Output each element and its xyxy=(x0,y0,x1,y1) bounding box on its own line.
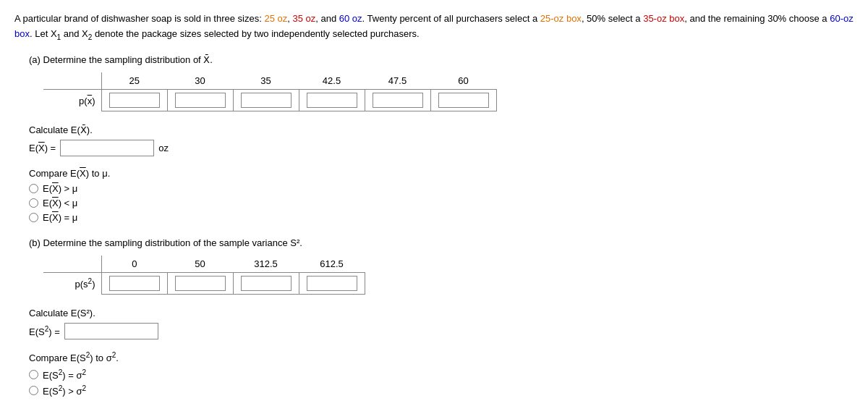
table-b-cell-3 xyxy=(233,273,299,295)
highlight1: 25-oz box xyxy=(540,13,582,24)
radio-a-less[interactable] xyxy=(29,198,38,208)
part-a-calculate: Calculate E(X̄). E(X) = oz xyxy=(29,124,854,156)
input-b-4[interactable] xyxy=(307,276,357,291)
table-a-header-475: 47.5 xyxy=(365,72,430,90)
radio-a-option-1: E(X) > μ xyxy=(29,183,854,194)
size2-highlight: 35 oz xyxy=(292,13,315,24)
radio-b-greater[interactable] xyxy=(29,386,38,395)
table-b-header-50: 50 xyxy=(167,256,233,273)
compare-b-title: Compare E(S2) to σ2. xyxy=(29,351,854,363)
radio-a-equal[interactable] xyxy=(29,213,38,222)
radio-a-greater[interactable] xyxy=(29,184,38,193)
calc-a-unit: oz xyxy=(158,143,169,153)
calc-a-input[interactable] xyxy=(60,140,154,156)
table-b-header-6125: 612.5 xyxy=(299,256,365,273)
part-b-title: (b) Determine the sampling distribution … xyxy=(29,237,854,248)
table-a-cell-5 xyxy=(365,90,430,111)
table-b-row2-label: p(s2) xyxy=(43,273,101,295)
input-b-2[interactable] xyxy=(175,276,226,291)
table-b-header-0: 0 xyxy=(101,256,167,273)
table-b-header-3125: 312.5 xyxy=(233,256,299,273)
part-a-compare: Compare E(X) to μ. E(X) > μ E(X) < μ E(X… xyxy=(29,168,854,223)
table-a-header-425: 42.5 xyxy=(299,72,365,90)
table-a-header-35: 35 xyxy=(233,72,299,90)
radio-a-option-3: E(X) = μ xyxy=(29,212,854,223)
table-a-cell-3 xyxy=(233,90,299,111)
input-b-1[interactable] xyxy=(109,276,160,291)
table-a-cell-2 xyxy=(167,90,233,111)
table-a-cell-6 xyxy=(430,90,496,111)
radio-b-option-2: E(S2) > σ2 xyxy=(29,384,854,397)
table-a-cell-1 xyxy=(101,90,167,111)
table-b-cell-4 xyxy=(299,273,365,295)
input-a-3[interactable] xyxy=(241,93,292,108)
radio-a-less-label: E(X) < μ xyxy=(43,198,77,208)
input-a-6[interactable] xyxy=(438,93,489,108)
calc-b-label: Calculate E(S²). xyxy=(29,308,854,318)
table-b-topleft xyxy=(43,256,101,273)
part-b-table: 0 50 312.5 612.5 p(s2) xyxy=(43,256,365,295)
table-a-cell-4 xyxy=(299,90,365,111)
table-a-topleft xyxy=(43,72,101,90)
calc-b-input[interactable] xyxy=(64,323,158,339)
radio-b-equal[interactable] xyxy=(29,370,38,379)
part-a-title: (a) Determine the sampling distribution … xyxy=(29,54,854,65)
input-a-5[interactable] xyxy=(373,93,423,108)
size1-highlight: 25 oz xyxy=(264,13,287,24)
highlight3: 60-oz box xyxy=(14,13,854,39)
calc-a-label: Calculate E(X̄). xyxy=(29,124,854,135)
highlight2: 35-oz box xyxy=(643,13,684,24)
radio-a-option-2: E(X) < μ xyxy=(29,198,854,208)
table-b-cell-2 xyxy=(167,273,233,295)
radio-b-greater-label: E(S2) > σ2 xyxy=(43,384,86,397)
radio-b-option-1: E(S2) = σ2 xyxy=(29,368,854,381)
part-b-calculate: Calculate E(S²). E(S2) = xyxy=(29,308,854,339)
part-a-table: 25 30 35 42.5 47.5 60 p(x) xyxy=(43,72,497,111)
table-b-cell-1 xyxy=(101,273,167,295)
compare-a-title: Compare E(X) to μ. xyxy=(29,168,854,179)
input-a-2[interactable] xyxy=(175,93,226,108)
radio-b-equal-label: E(S2) = σ2 xyxy=(43,368,86,381)
intro-paragraph: A particular brand of dishwasher soap is… xyxy=(14,12,854,43)
input-b-3[interactable] xyxy=(241,276,292,291)
size3-highlight: 60 oz xyxy=(339,13,362,24)
x1-sub: 1 xyxy=(57,33,61,41)
part-b-compare: Compare E(S2) to σ2. E(S2) = σ2 E(S2) > … xyxy=(29,351,854,401)
input-a-1[interactable] xyxy=(109,93,160,108)
calc-a-eq-label: E(X) = xyxy=(29,143,56,153)
table-a-header-60: 60 xyxy=(430,72,496,90)
x2-sub: 2 xyxy=(88,33,93,41)
radio-a-equal-label: E(X) = μ xyxy=(43,212,77,223)
table-a-header-25: 25 xyxy=(101,72,167,90)
radio-a-greater-label: E(X) > μ xyxy=(43,183,77,194)
input-a-4[interactable] xyxy=(307,93,357,108)
table-a-row2-label: p(x) xyxy=(43,90,101,111)
table-a-header-30: 30 xyxy=(167,72,233,90)
calc-b-eq-label: E(S2) = xyxy=(29,325,60,337)
